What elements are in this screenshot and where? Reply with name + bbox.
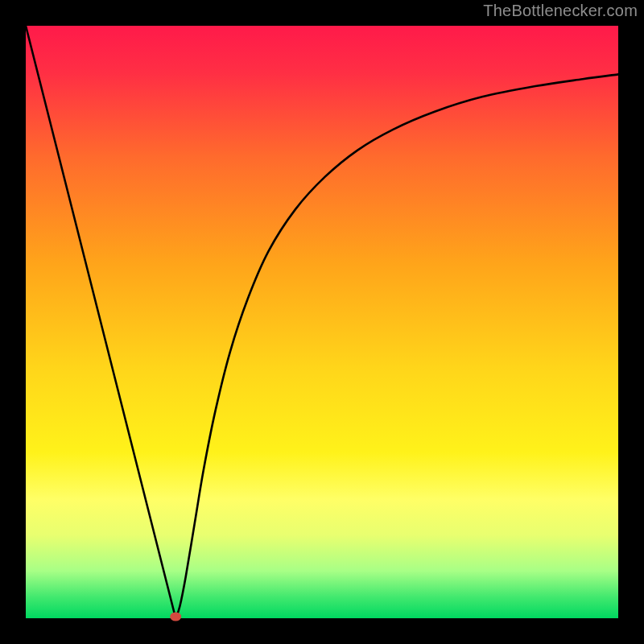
bottleneck-chart-canvas (0, 0, 644, 644)
chart-container: TheBottlenecker.com (0, 0, 644, 644)
